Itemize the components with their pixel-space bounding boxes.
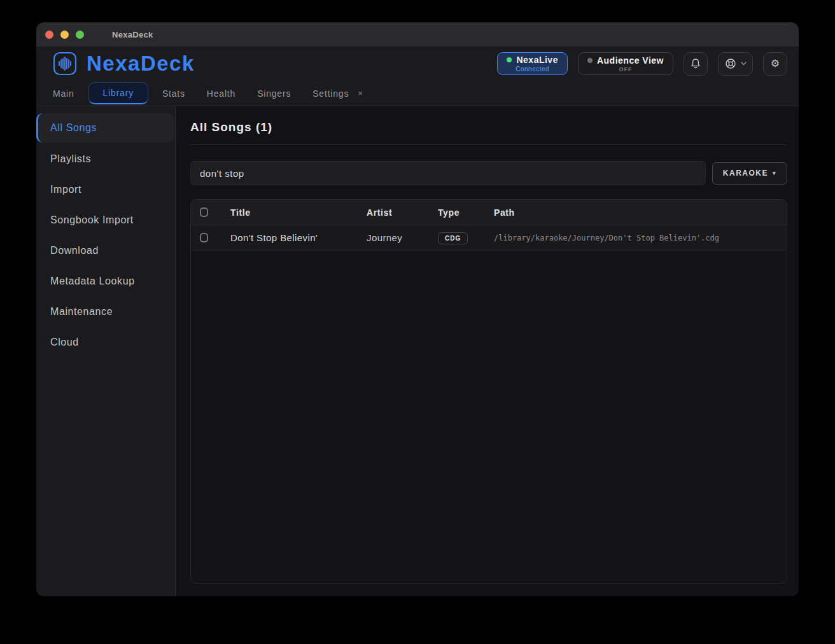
main-content: All Songs (1) KARAOKE ▾ Title Artist Typ… bbox=[176, 106, 799, 596]
tab-stats[interactable]: Stats bbox=[151, 82, 196, 105]
tab-bar: Main Library Stats Health Singers Settin… bbox=[36, 81, 799, 106]
column-header-title[interactable]: Title bbox=[230, 207, 367, 218]
tab-settings[interactable]: Settings × bbox=[302, 82, 374, 105]
row-checkbox[interactable] bbox=[200, 233, 208, 242]
sidebar-item-label: All Songs bbox=[50, 122, 97, 134]
close-window-button[interactable] bbox=[45, 31, 53, 39]
sidebar-item-songbook-import[interactable]: Songbook Import bbox=[36, 205, 175, 235]
nexalive-label: NexaLive bbox=[516, 55, 558, 65]
song-artist-cell: Journey bbox=[367, 232, 438, 243]
gear-icon: ⚙ bbox=[771, 59, 780, 69]
tab-health[interactable]: Health bbox=[196, 82, 246, 105]
select-all-checkbox[interactable] bbox=[200, 207, 208, 217]
column-header-path[interactable]: Path bbox=[494, 207, 787, 218]
tab-singers-label: Singers bbox=[257, 88, 291, 99]
sidebar-item-download[interactable]: Download bbox=[36, 235, 175, 266]
audience-view-status: OFF bbox=[619, 66, 632, 73]
sidebar-item-label: Maintenance bbox=[50, 306, 113, 318]
tab-main-label: Main bbox=[53, 88, 74, 99]
sidebar-item-all-songs[interactable]: All Songs bbox=[36, 113, 174, 143]
nexalive-status-badge[interactable]: NexaLive Connected bbox=[497, 52, 567, 75]
zoom-window-button[interactable] bbox=[76, 31, 84, 39]
karaoke-filter-label: KARAOKE bbox=[723, 169, 768, 178]
song-path-cell: /library/karaoke/Journey/Don't Stop Beli… bbox=[494, 234, 787, 242]
sidebar-item-maintenance[interactable]: Maintenance bbox=[36, 297, 175, 327]
sidebar-item-label: Playlists bbox=[50, 153, 91, 165]
window-controls bbox=[45, 31, 84, 39]
tab-library-label: Library bbox=[103, 88, 134, 98]
sidebar-item-label: Download bbox=[50, 245, 99, 256]
search-input[interactable] bbox=[190, 161, 706, 185]
bell-icon bbox=[691, 58, 701, 69]
settings-button[interactable]: ⚙ bbox=[763, 52, 787, 76]
song-table-row[interactable]: Don't Stop Believin' Journey CDG /librar… bbox=[191, 225, 787, 251]
sidebar-item-label: Import bbox=[50, 184, 81, 195]
audience-view-label: Audience View bbox=[597, 55, 664, 66]
off-dot-icon bbox=[587, 58, 593, 63]
window-title: NexaDeck bbox=[112, 30, 153, 39]
account-menu-button[interactable] bbox=[718, 52, 753, 76]
table-header-row: Title Artist Type Path bbox=[191, 200, 787, 225]
tab-close-icon[interactable]: × bbox=[358, 88, 363, 98]
connected-dot-icon bbox=[507, 57, 512, 62]
tab-stats-label: Stats bbox=[162, 88, 185, 99]
tab-singers[interactable]: Singers bbox=[246, 82, 302, 105]
sidebar-item-label: Cloud bbox=[50, 337, 79, 348]
column-header-type[interactable]: Type bbox=[438, 207, 494, 218]
cdg-type-badge: CDG bbox=[438, 232, 468, 244]
notifications-button[interactable] bbox=[684, 52, 708, 76]
tab-settings-label: Settings bbox=[312, 88, 349, 99]
sidebar-item-label: Songbook Import bbox=[50, 214, 134, 226]
page-header: All Songs (1) bbox=[190, 106, 787, 145]
chevron-down-icon bbox=[741, 62, 747, 66]
tab-library[interactable]: Library bbox=[88, 82, 148, 104]
search-toolbar: KARAOKE ▾ bbox=[190, 161, 787, 185]
sidebar-item-playlists[interactable]: Playlists bbox=[36, 144, 175, 174]
nexalive-status: Connected bbox=[516, 66, 549, 73]
songs-table-panel: Title Artist Type Path Don't Stop Believ… bbox=[190, 199, 787, 584]
library-sidebar: All Songs Playlists Import Songbook Impo… bbox=[36, 106, 176, 596]
column-header-artist[interactable]: Artist bbox=[367, 207, 438, 218]
caret-down-icon: ▾ bbox=[773, 170, 776, 176]
app-window: NexaDeck NexaDeck NexaLive Connected bbox=[36, 22, 799, 596]
tab-main[interactable]: Main bbox=[42, 82, 85, 105]
app-logo-waveform-icon bbox=[53, 52, 77, 76]
minimize-window-button[interactable] bbox=[60, 31, 69, 39]
karaoke-filter-button[interactable]: KARAOKE ▾ bbox=[712, 162, 787, 185]
song-title-cell: Don't Stop Believin' bbox=[230, 232, 367, 243]
sidebar-item-cloud[interactable]: Cloud bbox=[36, 327, 175, 358]
song-type-cell: CDG bbox=[438, 232, 494, 244]
app-header: NexaDeck NexaLive Connected Audience Vie… bbox=[36, 46, 799, 81]
sidebar-item-import[interactable]: Import bbox=[36, 174, 175, 205]
titlebar: NexaDeck bbox=[36, 22, 799, 46]
tab-health-label: Health bbox=[207, 88, 235, 99]
lifebuoy-icon bbox=[724, 57, 737, 70]
sidebar-item-metadata-lookup[interactable]: Metadata Lookup bbox=[36, 266, 175, 297]
page-title: All Songs (1) bbox=[190, 120, 787, 134]
app-title: NexaDeck bbox=[87, 52, 195, 76]
audience-view-badge[interactable]: Audience View OFF bbox=[578, 52, 673, 75]
sidebar-item-label: Metadata Lookup bbox=[50, 276, 135, 287]
